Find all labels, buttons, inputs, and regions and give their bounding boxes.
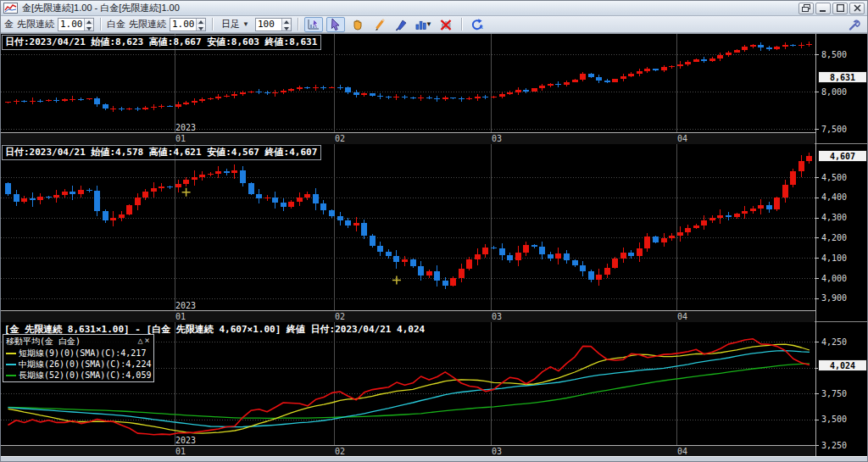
month-label: 04 bbox=[677, 447, 687, 456]
short-ma-color-swatch bbox=[6, 353, 16, 354]
toolbar-separator bbox=[298, 18, 298, 31]
platinum-ohlc-header: 日付:2023/04/21 始値:4,578 高値:4,621 安値:4,567… bbox=[2, 145, 321, 160]
stepper-down-icon[interactable] bbox=[282, 25, 291, 31]
reload-chart-button[interactable]: R bbox=[468, 17, 487, 32]
select-arrow-tool-button[interactable] bbox=[326, 17, 345, 32]
gold-chart-pane: 8,5008,0007,500010203042023 日付:2023/04/2… bbox=[1, 34, 868, 144]
timeframe-label: 日足 bbox=[221, 18, 240, 31]
bottom-scrollbar[interactable] bbox=[1, 456, 868, 462]
spread-last-value-badge: 4,024 bbox=[818, 359, 867, 371]
month-label: 02 bbox=[335, 447, 345, 456]
month-axis-strip bbox=[1, 132, 815, 144]
stepper-up-icon[interactable] bbox=[197, 19, 205, 25]
month-label: 01 bbox=[175, 134, 186, 143]
trade-marker-cross bbox=[392, 276, 401, 284]
y-axis-tick-label: 3,750 bbox=[821, 389, 847, 398]
maximize-button[interactable] bbox=[832, 3, 848, 14]
spread-chart-pane: 4,2504,0003,7503,5003,250010203042023 [金… bbox=[1, 322, 868, 457]
y-axis-tick-label: 8,000 bbox=[821, 87, 847, 97]
y-axis-tick-label: 8,500 bbox=[821, 50, 847, 59]
month-axis-strip bbox=[1, 445, 815, 457]
refresh-icon: R bbox=[470, 18, 484, 31]
chart-app-icon bbox=[3, 3, 19, 14]
y-axis-tick-label: 3,250 bbox=[821, 441, 847, 450]
y-axis-tick-label: 3,900 bbox=[821, 293, 847, 303]
symbol2-multiplier-input[interactable] bbox=[170, 19, 196, 31]
cascade-window-button[interactable] bbox=[798, 3, 814, 14]
pencil-icon bbox=[373, 18, 387, 31]
bar-count-input[interactable] bbox=[256, 19, 281, 31]
month-label: 02 bbox=[335, 134, 345, 143]
candles-group bbox=[5, 42, 812, 111]
minimize-button[interactable] bbox=[815, 3, 831, 14]
hand-pan-tool-button[interactable] bbox=[348, 17, 367, 32]
legend-title: 移動平均(金 白金) bbox=[6, 336, 81, 348]
platinum-candlestick-plot[interactable]: 4,5004,4004,3004,2004,1004,0003,90001020… bbox=[1, 144, 868, 322]
bar-count-stepper[interactable] bbox=[255, 18, 292, 31]
symbol2-multiplier-stepper[interactable] bbox=[170, 18, 206, 31]
chart-cursor-tool-button[interactable] bbox=[304, 17, 323, 32]
y-axis-tick-label: 4,250 bbox=[821, 337, 847, 347]
y-axis-tick-label: 3,500 bbox=[821, 415, 847, 424]
stepper-up-icon[interactable] bbox=[85, 19, 93, 25]
fountain-pen-icon bbox=[395, 18, 409, 31]
chevron-down-icon: ▼ bbox=[242, 20, 249, 28]
y-axis-tick-label: 4,300 bbox=[821, 213, 847, 222]
month-label: 03 bbox=[492, 312, 502, 321]
toolbar: 金 先限連続 白金 先限連続 日足 ▼ bbox=[1, 16, 867, 33]
month-label: 04 bbox=[677, 134, 687, 143]
symbol2-name-label: 白金 bbox=[107, 18, 125, 31]
chart-style-dropdown-button[interactable]: ▼ bbox=[415, 17, 433, 32]
hand-icon bbox=[351, 18, 364, 31]
gold-ohlc-header: 日付:2023/04/21 始値:8,623 高値:8,667 安値:8,603… bbox=[2, 35, 321, 50]
legend-item-short-ma: 短期線(9)(0)(SMA)(C):4,217 bbox=[6, 348, 151, 359]
wrench-icon bbox=[848, 18, 861, 31]
month-label: 03 bbox=[492, 134, 502, 143]
symbol1-multiplier-stepper[interactable] bbox=[58, 18, 94, 31]
pencil-draw-tool-button[interactable] bbox=[370, 17, 389, 32]
month-label: 04 bbox=[677, 312, 687, 321]
moving-average-legend: 移動平均(金 白金) △× 短期線(9)(0)(SMA)(C):4,217 中期… bbox=[3, 334, 154, 382]
pen-annotate-tool-button[interactable] bbox=[392, 17, 411, 32]
svg-text:R: R bbox=[480, 24, 483, 30]
titlebar: 金[先限連続]1.00 - 白金[先限連続]1.00 bbox=[1, 1, 867, 16]
month-label: 02 bbox=[335, 312, 345, 321]
y-axis-tick-label: 4,000 bbox=[821, 274, 847, 283]
month-label: 01 bbox=[175, 312, 186, 321]
long-ma-color-swatch bbox=[6, 375, 16, 376]
month-axis-strip bbox=[1, 310, 815, 322]
symbol1-multiplier-input[interactable] bbox=[58, 19, 84, 31]
gold-candlestick-plot[interactable]: 8,5008,0007,500010203042023 bbox=[1, 34, 868, 144]
toolbar-separator bbox=[461, 18, 462, 31]
toolbar-separator bbox=[100, 18, 101, 31]
legend-item-mid-ma: 中期線(26)(0)(SMA)(C):4,224 bbox=[6, 359, 151, 370]
legend-item-long-ma: 長期線(52)(0)(SMA)(C):4,059 bbox=[6, 370, 151, 381]
y-axis-tick-label: 4,200 bbox=[821, 233, 847, 242]
toolbar-separator bbox=[212, 18, 213, 31]
y-axis-tick-label: 4,400 bbox=[821, 192, 847, 202]
legend-close-icon[interactable]: × bbox=[144, 336, 151, 345]
chart-area: 8,5008,0007,500010203042023 日付:2023/04/2… bbox=[1, 33, 868, 456]
chevron-down-icon: ▼ bbox=[426, 20, 432, 28]
stepper-up-icon[interactable] bbox=[282, 19, 291, 25]
y-axis-tick-label: 4,500 bbox=[821, 173, 847, 182]
trade-marker-cross bbox=[182, 188, 191, 197]
year-label: 2023 bbox=[175, 436, 196, 445]
settings-button[interactable] bbox=[845, 17, 864, 32]
y-axis-tick-label: 4,100 bbox=[821, 253, 847, 263]
close-button[interactable] bbox=[849, 3, 865, 14]
delete-chart-icon bbox=[439, 18, 453, 31]
stepper-down-icon[interactable] bbox=[85, 25, 93, 31]
platinum-chart-pane: 4,5004,4004,3004,2004,1004,0003,90001020… bbox=[1, 144, 868, 322]
delete-study-button[interactable] bbox=[437, 17, 455, 32]
cursor-arrow-icon bbox=[329, 18, 342, 31]
year-label: 2023 bbox=[175, 301, 196, 310]
window-title: 金[先限連続]1.00 - 白金[先限連続]1.00 bbox=[22, 2, 798, 14]
stepper-down-icon[interactable] bbox=[197, 25, 205, 31]
month-label: 03 bbox=[492, 447, 502, 456]
chart-cursor-icon bbox=[307, 18, 320, 31]
year-label: 2023 bbox=[175, 123, 196, 132]
mid-ma-color-swatch bbox=[6, 364, 16, 365]
timeframe-dropdown[interactable]: 日足 ▼ bbox=[219, 17, 252, 31]
gold-last-price-badge: 8,631 bbox=[818, 71, 867, 83]
